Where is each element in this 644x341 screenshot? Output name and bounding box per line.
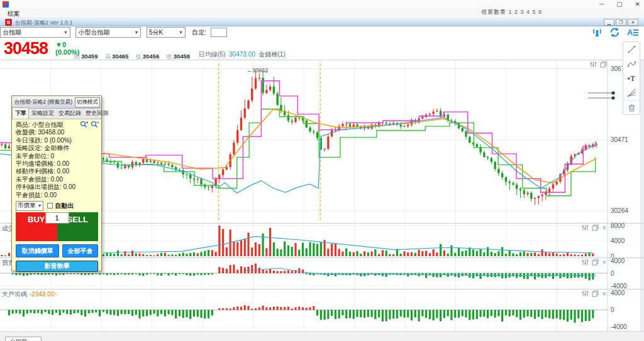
strategy-panel: 台指期-策略2 (模擬交易) 切換模式 下單 策略設定 交易記錄 歷史回測 商品… bbox=[11, 95, 102, 271]
broadcast-icon[interactable] bbox=[591, 26, 603, 38]
trendline-tool[interactable] bbox=[623, 42, 640, 57]
field-open-pnl: 未平倉損益: 0.00 bbox=[16, 176, 98, 183]
svg-text:←30662: ←30662 bbox=[247, 67, 268, 73]
app-window: ─ ▢ ✕ 檔案 S 台指期-策略2 Ver 1.0.1 ▁ ❐ ✕ 台指期▼ … bbox=[0, 0, 644, 341]
copy-pane-icon[interactable] bbox=[592, 290, 599, 297]
drawing-toolbar: T bbox=[623, 41, 640, 115]
close-all-button[interactable]: 全部平倉 bbox=[62, 244, 98, 257]
indicator-settings-icon[interactable] bbox=[582, 259, 589, 266]
svg-text:-4000: -4000 bbox=[611, 283, 627, 290]
chevron-down-icon: ▼ bbox=[179, 30, 183, 35]
svg-text:8000: 8000 bbox=[611, 223, 625, 229]
svg-text:0: 0 bbox=[611, 253, 614, 258]
tab-backtest[interactable]: 歷史回測 bbox=[83, 108, 110, 119]
quote-header: 30458 ▼0 (0.00%) 開30459 高30465 低30456 收3… bbox=[0, 39, 608, 60]
svg-text:30471: 30471 bbox=[611, 136, 628, 143]
status-bar bbox=[0, 331, 644, 341]
order-type-select[interactable]: 市價單▼ bbox=[16, 201, 43, 211]
trade-buttons: BUY SELL bbox=[16, 212, 98, 241]
mdi-title-bar: S 台指期-策略2 Ver 1.0.1 ▁ ❐ ✕ bbox=[0, 18, 644, 26]
field-trailing-stop-price: 移動停利價格: 0.00 bbox=[16, 168, 98, 175]
field-strategy-setting: 策略設定: 全部條件 bbox=[16, 144, 98, 152]
svg-text:30264: 30264 bbox=[611, 207, 628, 214]
last-price: 30458 bbox=[4, 39, 48, 58]
polyline-tool[interactable] bbox=[623, 57, 640, 71]
svg-text:-4000: -4000 bbox=[611, 323, 627, 330]
custom-period-label: 自定: bbox=[192, 26, 206, 38]
field-closed-pnl: 平倉損益: 0.00 bbox=[16, 192, 98, 199]
chips-pane-icons: ✕ bbox=[582, 290, 607, 297]
app-icon bbox=[3, 1, 9, 8]
zoom-in-icon[interactable] bbox=[80, 121, 88, 128]
auto-exit-label: 自動出 bbox=[55, 202, 74, 210]
panel-body: 商品: 小型台指期 收盤價: 30458.00 今日漲跌: 0 (0.00%) … bbox=[12, 119, 101, 272]
fan-lines-tool[interactable] bbox=[623, 85, 640, 100]
volume-pane-icons: ✕ bbox=[582, 224, 607, 231]
mdi-close-button[interactable]: ✕ bbox=[628, 19, 638, 26]
drawn-lines-handle[interactable] bbox=[588, 90, 617, 102]
sync-icon[interactable] bbox=[609, 26, 621, 38]
window-count-label: 視窗數量 1 2 3 4 5 6 bbox=[481, 8, 542, 16]
svg-text:A: A bbox=[627, 28, 633, 37]
panel-tabs: 下單 策略設定 交易記錄 歷史回測 bbox=[12, 109, 101, 119]
copy-pane-icon[interactable] bbox=[592, 259, 599, 266]
app-logo-icon: S bbox=[5, 19, 12, 26]
svg-text:T: T bbox=[630, 74, 635, 83]
field-day-change: 今日漲跌: 0 (0.00%) bbox=[16, 137, 98, 144]
menu-file[interactable]: 檔案 bbox=[8, 10, 19, 18]
indicator-settings-icon[interactable] bbox=[582, 290, 589, 297]
copy-pane-icon[interactable] bbox=[600, 61, 607, 68]
switch-mode-button[interactable]: 切換模式 bbox=[75, 97, 100, 107]
svg-text:4000: 4000 bbox=[611, 237, 625, 244]
main-pane-icons bbox=[590, 61, 607, 68]
tab-trade-records[interactable]: 交易記錄 bbox=[56, 108, 83, 119]
bigplayer-chips-label: 大戶籌碼-2343.00↑ bbox=[2, 290, 57, 299]
quantity-input[interactable] bbox=[45, 212, 69, 224]
indicator-legend: 日均線(5) 30473.00 金錢棒(1) bbox=[199, 50, 286, 59]
chips-value: -2343.00↑ bbox=[30, 291, 57, 298]
field-open-position: 未平倉部位: 0 bbox=[16, 153, 98, 160]
cancel-trigger-button[interactable]: 取消觸價單 bbox=[16, 244, 59, 257]
period-select[interactable]: 5分K▼ bbox=[147, 27, 186, 38]
bigplayer-chips-chart[interactable]: 40000-4000 bbox=[0, 289, 644, 331]
mdi-minimize-button[interactable]: ▁ bbox=[604, 19, 614, 26]
svg-text:0: 0 bbox=[611, 270, 614, 277]
video-tutorial-button[interactable]: 影音教學 bbox=[16, 261, 98, 272]
custom-period-input[interactable] bbox=[211, 28, 227, 37]
bottom-tab-taifex[interactable]: 台指期 bbox=[5, 337, 42, 341]
svg-text:0: 0 bbox=[611, 306, 614, 313]
chevron-down-icon: ▼ bbox=[135, 30, 139, 35]
account-list-icon[interactable]: A bbox=[626, 26, 639, 38]
indicator-settings-icon[interactable] bbox=[582, 224, 589, 231]
auto-exit-checkbox[interactable] bbox=[47, 203, 53, 208]
copy-pane-icon[interactable] bbox=[592, 224, 599, 231]
field-stopline-exit-pnl: 停利線出場損益: 0.00 bbox=[16, 183, 98, 191]
panel-title: 台指期-策略2 (模擬交易) bbox=[14, 99, 75, 106]
close-pane-icon[interactable]: ✕ bbox=[602, 291, 607, 297]
zoom-out-icon[interactable] bbox=[91, 121, 99, 128]
close-pane-icon[interactable]: ✕ bbox=[602, 259, 607, 266]
tab-strategy-settings[interactable]: 策略設定 bbox=[29, 108, 56, 119]
buysell-pane-icons: ✕ bbox=[582, 259, 607, 266]
market-select[interactable]: 台指期▼ bbox=[0, 27, 70, 38]
delete-drawing-tool[interactable] bbox=[623, 100, 640, 114]
window-close-button[interactable]: ✕ bbox=[635, 0, 640, 9]
chevron-down-icon: ▼ bbox=[38, 203, 42, 208]
text-tool[interactable]: T bbox=[623, 71, 640, 85]
svg-text:4000: 4000 bbox=[611, 290, 625, 296]
strategy-panel-header[interactable]: 台指期-策略2 (模擬交易) 切換模式 bbox=[12, 96, 101, 109]
close-pane-icon[interactable]: ✕ bbox=[602, 225, 607, 231]
toolbar: 台指期▼ 小型台指期▼ 5分K▼ 自定: A bbox=[0, 26, 644, 39]
window-minimize-button[interactable]: ─ bbox=[599, 0, 604, 9]
mdi-restore-button[interactable]: ❐ bbox=[616, 19, 626, 26]
chevron-down-icon: ▼ bbox=[64, 30, 68, 35]
title-bar: ─ ▢ ✕ bbox=[0, 0, 644, 9]
svg-text:4000: 4000 bbox=[611, 257, 625, 264]
indicator-settings-icon[interactable] bbox=[590, 61, 597, 68]
tab-order[interactable]: 下單 bbox=[12, 107, 29, 119]
field-avg-entry-price: 平均進場價格: 0.00 bbox=[16, 160, 98, 168]
product-select[interactable]: 小型台指期▼ bbox=[75, 27, 141, 38]
menu-bar: 檔案 bbox=[0, 9, 644, 18]
field-close-price: 收盤價: 30458.00 bbox=[16, 129, 98, 136]
window-maximize-button[interactable]: ▢ bbox=[616, 0, 622, 9]
